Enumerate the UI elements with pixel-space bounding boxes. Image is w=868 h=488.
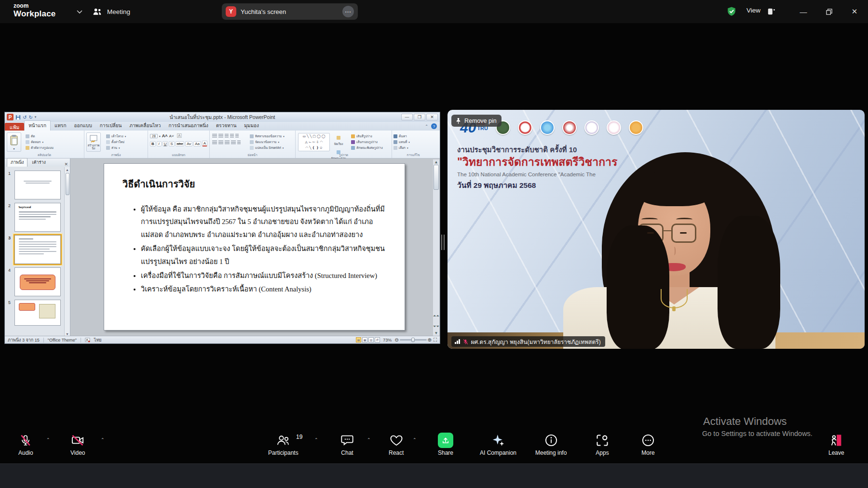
minimize-ribbon-icon[interactable]: ⌃ [425,124,428,129]
meeting-info-button[interactable]: Meeting info [535,433,567,456]
replace-button[interactable]: แทนที่▾ [393,139,433,145]
bold-button[interactable]: B [150,141,156,146]
tab-insert[interactable]: แทรก [51,121,70,131]
ppt-title-bar[interactable]: P ↺ ↻ ▾ นำเสนอในที่ประชุม.pptx - Microso… [5,112,440,122]
view-layout-icon[interactable] [767,7,776,16]
grow-font-button[interactable]: A˄ [162,133,168,138]
align-right-button[interactable] [225,141,230,145]
scrollbar-thumb[interactable] [434,165,439,190]
justify-button[interactable] [231,141,236,145]
previous-slide-icon[interactable]: ⏶⏶ [433,314,439,318]
clear-formatting-button[interactable]: 🄰 [177,133,182,138]
participants-options-chevron[interactable]: ⌃ [314,437,318,442]
tab-design[interactable]: ออกแบบ [70,121,96,131]
paste-button[interactable]: ▾ [7,132,21,152]
scroll-down-icon[interactable]: ▼ [433,331,439,335]
tab-view[interactable]: มุมมอง [240,121,263,131]
audio-button[interactable]: Audio [18,433,33,456]
font-size-box[interactable]: 28 [150,134,158,138]
zoom-in-icon[interactable]: ⊕ [428,337,432,343]
panel-close-icon[interactable]: ✕ [64,162,68,167]
align-left-button[interactable] [212,141,217,145]
find-button[interactable]: ค้นหา [393,133,433,139]
numbering-button[interactable] [218,134,223,138]
help-icon[interactable]: ? [431,123,437,129]
reset-button[interactable]: ตั้งค่าใหม่ [106,139,146,145]
tab-meeting[interactable]: Meeting [93,0,130,23]
apps-button[interactable]: Apps [596,433,609,456]
current-slide[interactable]: วิธีดำเนินการวิจัย ผู้ให้ข้อมูล คือ สมาช… [104,163,405,330]
more-button[interactable]: More [641,433,655,456]
zoom-out-icon[interactable]: ⊖ [394,337,398,343]
slides-tab[interactable]: ภาพนิ่ง [7,158,27,167]
scroll-down-icon[interactable]: ▼ [65,332,70,336]
font-size-dropdown[interactable]: ▾ [159,134,161,138]
arrange-button[interactable]: จัดเรียง [331,133,346,146]
scroll-up-icon[interactable]: ▲ [433,159,439,164]
minimize-button[interactable]: — [792,0,814,23]
chevron-down-icon[interactable] [76,9,83,14]
shape-effects-button[interactable]: ลักษณะพิเศษรูปร่าง [351,145,390,151]
text-direction-button[interactable]: ทิศทางของข้อความ▾ [250,133,294,139]
scroll-up-icon[interactable]: ▲ [65,167,70,171]
slide-thumbnail-4[interactable]: 4 [14,267,61,296]
tab-yuchitas-screen[interactable]: Y Yuchita's screen ⋯ [222,3,358,20]
align-text-button[interactable]: จัดแนวข้อความ▾ [250,139,294,145]
align-center-button[interactable] [218,141,223,145]
panel-resize-handle[interactable] [441,235,445,250]
pinned-video-tile[interactable]: 40 MSTRU งานประชุมวิชาการระดับชาติ ครั้ง… [448,110,865,349]
shape-outline-button[interactable]: เส้นกรอบรูปร่าง [351,139,390,145]
decrease-indent-button[interactable] [225,134,229,138]
slide-thumbnail-5[interactable]: 5 [14,300,61,326]
tab-review[interactable]: ตรวจทาน [212,121,240,131]
zoom-slider[interactable] [400,339,427,341]
cut-button[interactable]: ตัด [26,133,82,139]
ai-companion-button[interactable]: AI Companion [480,433,516,456]
ppt-minimize-button[interactable]: — [401,114,413,120]
participants-button[interactable]: Participants [268,433,298,456]
bullets-button[interactable] [212,134,217,138]
editing-scrollbar[interactable]: ▲ ⏶⏶ ⏷⏷ ▼ [433,159,439,336]
shrink-font-button[interactable]: A˅ [169,134,174,138]
paste-dropdown[interactable]: ▾ [13,147,14,150]
ppt-close-button[interactable]: ✕ [426,114,438,120]
tab-transitions[interactable]: การเปลี่ยน [96,121,126,131]
increase-indent-button[interactable] [230,134,234,138]
audio-options-chevron[interactable]: ⌃ [46,437,50,442]
ppt-ribbon-tabs[interactable]: แฟ้ม หน้าแรก แทรก ออกแบบ การเปลี่ยน ภาพเ… [5,122,440,131]
slide-thumbnail-1[interactable]: 1 [14,171,61,199]
shared-screen-powerpoint[interactable]: P ↺ ↻ ▾ นำเสนอในที่ประชุม.pptx - Microso… [4,112,440,344]
slide-thumbnail-2[interactable]: 2 วัตถุประสงค์ [14,203,61,232]
video-options-chevron[interactable]: ⌃ [101,437,105,442]
leave-button[interactable]: Leave [828,433,844,456]
reading-view-button[interactable]: ▥ [368,337,374,343]
scrollbar-thumb[interactable] [66,173,69,195]
video-button[interactable]: Video [70,433,85,456]
zoom-slider-knob[interactable] [411,338,415,342]
language-indicator[interactable]: ไทย [94,337,102,343]
slideshow-button[interactable]: 🗗 [375,337,380,343]
columns-button[interactable] [237,141,241,145]
remove-pin-button[interactable]: Remove pin [451,115,502,127]
next-slide-icon[interactable]: ⏷⏷ [433,324,439,329]
view-button[interactable]: View [746,7,760,14]
close-button[interactable]: ✕ [843,0,866,23]
tab-options-button[interactable]: ⋯ [342,6,354,17]
italic-button[interactable]: I [157,141,162,146]
char-spacing-button[interactable]: Av [185,141,192,146]
tab-slideshow[interactable]: การนำเสนอภาพนิ่ง [165,121,212,131]
shape-fill-button[interactable]: เติมสีรูปร่าง [351,133,390,139]
chat-button[interactable]: Chat [340,433,354,456]
change-case-button[interactable]: Aa [193,141,201,146]
strikethrough-button[interactable]: abc [176,141,185,146]
line-spacing-button[interactable] [235,134,239,138]
shadow-button[interactable]: S [169,141,174,146]
copy-button[interactable]: คัดลอก▾ [26,139,82,145]
restore-button[interactable] [818,0,840,23]
tab-animations[interactable]: ภาพเคลื่อนไหว [125,121,164,131]
layout-button[interactable]: เค้าโครง▾ [106,133,146,139]
slide-sorter-button[interactable]: ▦ [362,337,367,343]
thumbnail-scrollbar[interactable]: ▲ ▼ [64,167,70,337]
format-painter-button[interactable]: ตัวคัดวางรูปแบบ [26,145,82,151]
underline-button[interactable]: U [163,141,168,146]
